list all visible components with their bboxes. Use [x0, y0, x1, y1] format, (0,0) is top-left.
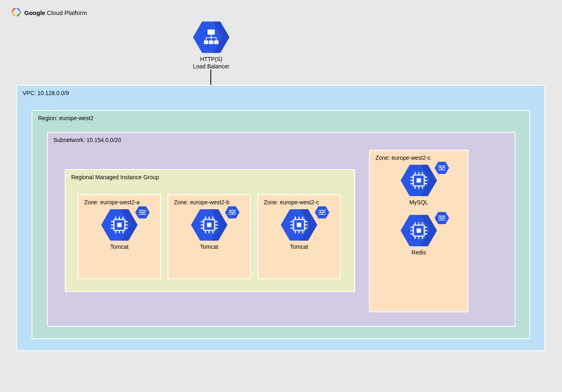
compute-engine-icon — [401, 164, 437, 197]
gcp-title-bold: Google — [24, 9, 45, 16]
zone-b-label: Zone: europe-west2-b — [168, 195, 250, 206]
load-balancer-label-line2: Load Balancer — [182, 63, 240, 70]
firewall-badge-icon — [225, 206, 240, 218]
diagram-canvas: Google Cloud Platform HTTP(S) Load Balan… — [0, 0, 562, 392]
compute-redis-label: Redis — [390, 249, 447, 256]
vpc-label: VPC: 10.128.0.0/9 — [17, 86, 545, 96]
firewall-badge-icon — [315, 206, 329, 218]
zone-db-label: Zone: europe-west2-c — [370, 150, 468, 161]
gcp-title: Google Cloud Platform — [24, 9, 87, 16]
compute-mysql: MySQL — [390, 164, 447, 206]
compute-engine-icon — [401, 214, 437, 247]
compute-tomcat-b-label: Tomcat — [181, 244, 238, 250]
compute-tomcat-b: Tomcat — [181, 209, 238, 250]
compute-redis: Redis — [390, 214, 447, 256]
gcp-header: Google Cloud Platform — [11, 8, 87, 17]
firewall-badge-icon — [435, 212, 449, 224]
compute-engine-icon — [101, 209, 138, 241]
compute-tomcat-c-label: Tomcat — [271, 244, 327, 250]
load-balancer-icon — [193, 21, 229, 53]
firewall-badge-icon — [435, 162, 449, 174]
subnet-label: Subnetwork: 10.154.0.0/20 — [48, 133, 515, 143]
compute-tomcat-c: Tomcat — [271, 209, 327, 250]
zone-db-box: Zone: europe-west2-c MySQL Redis — [369, 150, 469, 312]
firewall-badge-icon — [135, 206, 150, 218]
zone-b-box: Zone: europe-west2-b Tomcat — [168, 194, 251, 279]
compute-engine-icon — [281, 209, 317, 241]
mig-label: Regional Managed Instance Group — [66, 170, 354, 180]
load-balancer-label: HTTP(S) Load Balancer — [182, 56, 240, 70]
region-label: Region: europe-west2 — [32, 111, 529, 121]
compute-engine-icon — [191, 209, 227, 241]
gcp-title-light: Cloud Platform — [45, 9, 87, 16]
zone-a-box: Zone: europe-west2-a Tomcat — [78, 194, 161, 279]
compute-tomcat-a: Tomcat — [91, 209, 148, 250]
zone-c-box: Zone: europe-west2-c Tomcat — [257, 194, 341, 279]
gcp-logo-icon — [11, 8, 21, 17]
compute-mysql-label: MySQL — [390, 199, 447, 206]
load-balancer-node: HTTP(S) Load Balancer — [182, 21, 240, 70]
load-balancer-label-line1: HTTP(S) — [182, 56, 240, 63]
zone-a-label: Zone: europe-west2-a — [78, 195, 160, 206]
compute-tomcat-a-label: Tomcat — [91, 244, 148, 250]
zone-c-label: Zone: europe-west2-c — [258, 195, 340, 206]
